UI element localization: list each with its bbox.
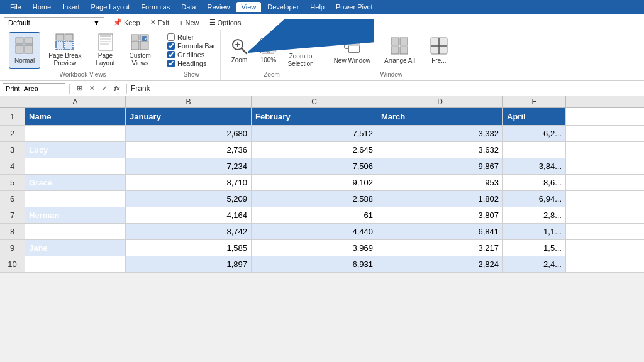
cell-name-6[interactable]: Maria bbox=[25, 191, 126, 207]
cell-e10[interactable]: 2,4... bbox=[503, 256, 566, 272]
cell-b9[interactable]: 1,585 bbox=[126, 240, 252, 256]
menu-insert[interactable]: Insert bbox=[57, 2, 85, 12]
function-icon[interactable]: fx bbox=[111, 83, 123, 94]
cell-name-8[interactable]: Bob bbox=[25, 224, 126, 239]
cell-e2[interactable]: 6,2... bbox=[503, 126, 566, 141]
cell-c4[interactable]: 7,506 bbox=[252, 158, 377, 174]
cell-b4[interactable]: 7,234 bbox=[126, 158, 252, 174]
col-header-c[interactable]: C bbox=[252, 96, 377, 107]
col-header-d[interactable]: D bbox=[377, 96, 503, 107]
col-header-a[interactable]: A bbox=[25, 96, 126, 107]
cell-e9[interactable]: 1,5... bbox=[503, 240, 566, 256]
cell-d6[interactable]: 1,802 bbox=[377, 191, 503, 207]
headings-checkbox[interactable] bbox=[167, 60, 175, 67]
cell-c2[interactable]: 7,512 bbox=[252, 126, 377, 141]
ruler-checkbox[interactable] bbox=[167, 33, 175, 41]
page-break-preview-button[interactable]: Page BreakPreview bbox=[43, 32, 87, 69]
cell-e7[interactable]: 2,8... bbox=[503, 207, 566, 223]
formula-bar-checkbox-row[interactable]: Formula Bar bbox=[167, 42, 216, 50]
cell-e5[interactable]: 8,6... bbox=[503, 175, 566, 190]
page-layout-button[interactable]: PageLayout bbox=[90, 32, 121, 69]
cell-d2[interactable]: 3,332 bbox=[377, 126, 503, 141]
menu-home[interactable]: Home bbox=[28, 2, 56, 12]
menu-help[interactable]: Help bbox=[305, 2, 330, 12]
cell-e3[interactable] bbox=[503, 142, 566, 158]
cell-e6[interactable]: 6,94... bbox=[503, 191, 566, 207]
cancel-formula-icon[interactable]: ✕ bbox=[86, 83, 97, 94]
zoom-to-selection-button[interactable]: Zoom toSelection bbox=[284, 32, 317, 69]
menu-page-layout[interactable]: Page Layout bbox=[86, 2, 135, 12]
cell-e4[interactable]: 3,84... bbox=[503, 158, 566, 174]
cell-c1[interactable]: February bbox=[252, 108, 377, 125]
cell-name-2[interactable]: John bbox=[25, 126, 126, 141]
cell-d4[interactable]: 9,867 bbox=[377, 158, 503, 174]
cell-name-5[interactable]: Grace bbox=[25, 175, 126, 190]
formula-input[interactable] bbox=[131, 84, 641, 93]
cell-e1[interactable]: April bbox=[503, 108, 566, 125]
cell-b10[interactable]: 1,897 bbox=[126, 256, 252, 272]
normal-view-button[interactable]: Normal bbox=[9, 32, 40, 69]
menu-review[interactable]: Review bbox=[202, 2, 235, 12]
table-row: 4 George 7,234 7,506 9,867 3,84... bbox=[0, 158, 644, 175]
headings-checkbox-row[interactable]: Headings bbox=[167, 60, 216, 67]
show-group-label: Show bbox=[184, 71, 199, 78]
cell-name-10[interactable]: Bill bbox=[25, 256, 126, 272]
svg-rect-10 bbox=[100, 38, 111, 40]
cell-b1[interactable]: January bbox=[126, 108, 252, 125]
cell-c9[interactable]: 3,969 bbox=[252, 240, 377, 256]
cell-name-7[interactable]: Herman bbox=[25, 207, 126, 223]
cell-c5[interactable]: 9,102 bbox=[252, 175, 377, 190]
name-box[interactable] bbox=[3, 83, 65, 94]
cell-e8[interactable]: 1,1... bbox=[503, 224, 566, 239]
cell-c8[interactable]: 4,440 bbox=[252, 224, 377, 239]
cell-d10[interactable]: 2,824 bbox=[377, 256, 503, 272]
cell-name-3[interactable]: Lucy bbox=[25, 142, 126, 158]
menu-formulas[interactable]: Formulas bbox=[136, 2, 175, 12]
cell-b6[interactable]: 5,209 bbox=[126, 191, 252, 207]
cell-b5[interactable]: 8,710 bbox=[126, 175, 252, 190]
arrange-all-button[interactable]: Arrange All bbox=[379, 32, 421, 69]
cell-b2[interactable]: 2,680 bbox=[126, 126, 252, 141]
confirm-formula-icon[interactable]: ✓ bbox=[99, 83, 110, 94]
expand-icon[interactable]: ⊞ bbox=[74, 83, 85, 94]
formula-bar-checkbox[interactable] bbox=[167, 42, 175, 50]
menu-file[interactable]: File bbox=[5, 2, 26, 12]
zoom-button[interactable]: Zoom bbox=[226, 32, 252, 69]
cell-d5[interactable]: 953 bbox=[377, 175, 503, 190]
cell-name-4[interactable]: George bbox=[25, 158, 126, 174]
cell-d9[interactable]: 3,217 bbox=[377, 240, 503, 256]
new-button[interactable]: + New bbox=[175, 17, 203, 28]
cell-b7[interactable]: 4,164 bbox=[126, 207, 252, 223]
new-window-button[interactable]: New Window bbox=[328, 32, 376, 69]
cell-name-9[interactable]: Jane bbox=[25, 240, 126, 256]
cell-b3[interactable]: 2,736 bbox=[126, 142, 252, 158]
gridlines-checkbox[interactable] bbox=[167, 51, 175, 58]
cell-d7[interactable]: 3,807 bbox=[377, 207, 503, 223]
ruler-checkbox-row[interactable]: Ruler bbox=[167, 33, 216, 41]
exit-button[interactable]: ✕ Exit bbox=[147, 16, 173, 28]
cell-d8[interactable]: 6,841 bbox=[377, 224, 503, 239]
headings-label: Headings bbox=[177, 60, 206, 67]
cell-c7[interactable]: 61 bbox=[252, 207, 377, 223]
menu-data[interactable]: Data bbox=[176, 2, 201, 12]
cell-c6[interactable]: 2,588 bbox=[252, 191, 377, 207]
menu-developer[interactable]: Developer bbox=[262, 2, 304, 12]
row-num-5: 5 bbox=[0, 175, 25, 190]
menu-view[interactable]: View bbox=[236, 2, 262, 12]
cell-c3[interactable]: 2,645 bbox=[252, 142, 377, 158]
gridlines-checkbox-row[interactable]: Gridlines bbox=[167, 51, 216, 58]
cell-c10[interactable]: 6,931 bbox=[252, 256, 377, 272]
cell-d1[interactable]: March bbox=[377, 108, 503, 125]
cell-d3[interactable]: 3,632 bbox=[377, 142, 503, 158]
custom-views-button[interactable]: ✓ CustomViews bbox=[124, 32, 157, 69]
zoom-100-button[interactable]: 100 % 100% bbox=[255, 32, 281, 69]
sheet-view-dropdown[interactable]: Default ▼ bbox=[4, 17, 104, 28]
col-header-e[interactable]: E bbox=[503, 96, 566, 107]
menu-power-pivot[interactable]: Power Pivot bbox=[331, 2, 378, 12]
freeze-button[interactable]: Fre... bbox=[423, 32, 455, 69]
cell-a1[interactable]: Name bbox=[25, 108, 126, 125]
options-button[interactable]: ☰ Options bbox=[206, 16, 245, 28]
col-header-b[interactable]: B bbox=[126, 96, 252, 107]
cell-b8[interactable]: 8,742 bbox=[126, 224, 252, 239]
keep-button[interactable]: 📌 Keep bbox=[109, 16, 144, 28]
